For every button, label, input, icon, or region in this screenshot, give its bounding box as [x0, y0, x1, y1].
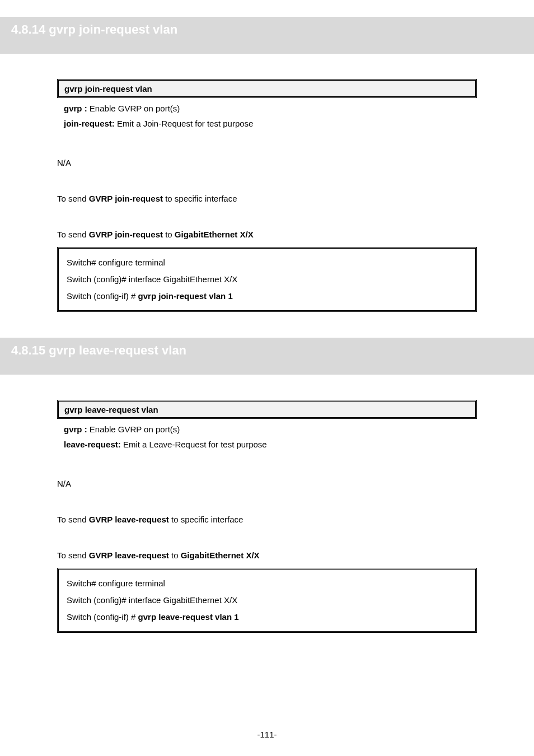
default-text: N/A: [57, 479, 477, 488]
usage-frag-bold: GVRP join-request: [89, 194, 163, 203]
syntax-heading: Syntax: [57, 387, 477, 396]
section-title-bar: 4.8.14 gvrp join-request vlan: [0, 17, 534, 54]
usage-frag-bold: GVRP leave-request: [89, 515, 169, 524]
default-heading: Default: [57, 465, 477, 474]
code-line: Switch (config)# interface GigabitEthern…: [67, 592, 467, 609]
param-gvrp-label: gvrp :: [64, 424, 87, 434]
syntax-box: gvrp join-request vlan: [57, 79, 477, 98]
usage-text: To send GVRP join-request to specific in…: [57, 194, 477, 203]
param-leave-label: leave-request:: [64, 440, 121, 449]
param-join-desc: Emit a Join-Request for test purpose: [117, 119, 253, 128]
param-leave-desc: Emit a Leave-Request for test purpose: [123, 440, 267, 449]
param-row: leave-request: Emit a Leave-Request for …: [64, 440, 477, 449]
syntax-text: gvrp leave-request vlan: [64, 405, 158, 414]
example-frag-bold: GigabitEthernet X/X: [175, 230, 254, 239]
page-number: -111-: [0, 730, 534, 739]
default-text: N/A: [57, 158, 477, 167]
code-line: Switch (config-if) # gvrp join-request v…: [67, 288, 467, 305]
example-frag: to: [169, 550, 181, 560]
code-line: Switch (config)# interface GigabitEthern…: [67, 271, 467, 288]
param-gvrp-desc: Enable GVRP on port(s): [90, 424, 180, 434]
code-line: Switch# configure terminal: [67, 575, 467, 592]
example-frag-bold: GVRP leave-request: [89, 550, 169, 560]
code-frag: Switch (config-if) #: [67, 291, 138, 301]
param-row: join-request: Emit a Join-Request for te…: [64, 119, 477, 128]
usage-heading: Usage Guide:: [57, 501, 477, 510]
example-frag: to: [163, 230, 175, 239]
section-title: 4.8.14 gvrp join-request vlan: [11, 22, 177, 36]
section-title-bar: 4.8.15 gvrp leave-request vlan: [0, 338, 534, 375]
param-row: gvrp : Enable GVRP on port(s): [64, 104, 477, 113]
usage-heading: Usage Guide:: [57, 180, 477, 189]
example-heading: Example:: [57, 216, 477, 225]
example-heading: Example:: [57, 536, 477, 546]
usage-frag: to specific interface: [169, 515, 243, 524]
usage-frag: to specific interface: [163, 194, 237, 203]
param-join-label: join-request:: [64, 119, 115, 128]
code-box: Switch# configure terminal Switch (confi…: [57, 247, 477, 312]
code-frag-bold: gvrp leave-request vlan 1: [138, 612, 239, 622]
example-frag: To send: [57, 230, 89, 239]
section-title: 4.8.15 gvrp leave-request vlan: [11, 343, 186, 357]
usage-frag: To send: [57, 515, 89, 524]
code-frag: Switch (config-if) #: [67, 612, 138, 622]
param-gvrp-desc: Enable GVRP on port(s): [90, 104, 180, 113]
syntax-box: gvrp leave-request vlan: [57, 400, 477, 419]
example-text: To send GVRP join-request to GigabitEthe…: [57, 230, 477, 239]
param-gvrp-label: gvrp :: [64, 104, 87, 113]
example-frag: To send: [57, 550, 89, 560]
example-frag-bold: GigabitEthernet X/X: [181, 550, 260, 560]
code-line: Switch# configure terminal: [67, 254, 467, 271]
param-row: gvrp : Enable GVRP on port(s): [64, 424, 477, 434]
code-box: Switch# configure terminal Switch (confi…: [57, 568, 477, 633]
syntax-heading: Syntax: [57, 66, 477, 76]
usage-frag: To send: [57, 194, 89, 203]
example-text: To send GVRP leave-request to GigabitEth…: [57, 550, 477, 560]
code-line: Switch (config-if) # gvrp leave-request …: [67, 609, 467, 626]
syntax-text: gvrp join-request vlan: [64, 84, 152, 94]
example-frag-bold: GVRP join-request: [89, 230, 163, 239]
code-frag-bold: gvrp join-request vlan 1: [138, 291, 233, 301]
default-heading: Default: [57, 144, 477, 153]
usage-text: To send GVRP leave-request to specific i…: [57, 515, 477, 524]
